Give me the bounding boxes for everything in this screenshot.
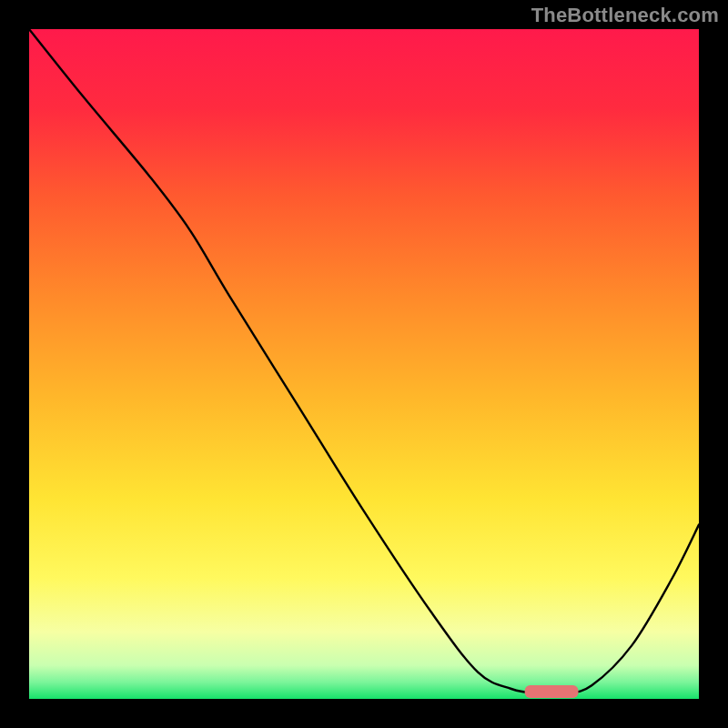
bottleneck-chart bbox=[0, 0, 728, 728]
watermark-text: TheBottleneck.com bbox=[531, 4, 719, 27]
chart-container: { "watermark": "TheBottleneck.com", "cha… bbox=[0, 0, 728, 728]
plot-area bbox=[29, 29, 699, 699]
optimum-marker bbox=[525, 685, 579, 698]
